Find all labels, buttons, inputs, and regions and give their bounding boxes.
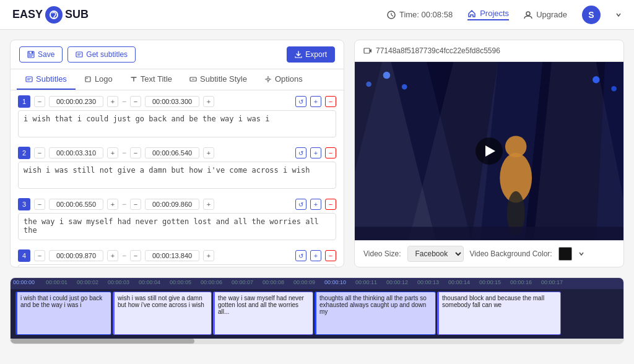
subtitle-text-1[interactable]: i wish that i could just go back and be … (18, 110, 336, 137)
play-button[interactable] (476, 137, 503, 165)
nav-upgrade[interactable]: Upgrade (524, 10, 567, 19)
subtitle-num-4: 4 (18, 249, 30, 262)
timeline-segment-4[interactable]: thoughts all the thinking all the parts … (315, 292, 436, 335)
delete-3[interactable]: − (325, 199, 336, 210)
delete-2[interactable]: − (325, 147, 336, 158)
refresh-1[interactable]: ↺ (295, 96, 306, 107)
tab-logo[interactable]: Logo (76, 69, 121, 90)
svg-rect-5 (76, 52, 82, 57)
get-subtitles-button[interactable]: Get subtitles (67, 46, 136, 63)
increase-start-2[interactable]: + (107, 147, 118, 158)
user-icon (524, 11, 532, 19)
decrease-end-1[interactable]: − (130, 96, 141, 107)
timeline-area: 00:00:00 00:00:01 00:00:02 00:00:03 00:0… (10, 277, 624, 344)
svg-rect-6 (26, 77, 32, 82)
ruler-label-9: 00:00:09 (292, 278, 323, 287)
clock-icon (387, 11, 396, 19)
timeline-segment-3[interactable]: the way i saw myself had never gotten lo… (213, 292, 313, 335)
subtitle-item-3: 3 − + − − + ↺ + − the way i saw myself h… (18, 198, 336, 242)
decrease-start-3[interactable]: − (34, 199, 45, 210)
decrease-start-4[interactable]: − (34, 250, 45, 261)
delete-4[interactable]: − (325, 250, 336, 261)
start-time-2[interactable] (49, 147, 103, 158)
timeline-tracks[interactable]: i wish that i could just go back and be … (11, 289, 623, 339)
svg-point-21 (366, 82, 371, 87)
ruler-label-8: 00:00:08 (261, 278, 292, 287)
timeline-segment-5[interactable]: thousand block and because the mall some… (437, 292, 561, 335)
start-time-3[interactable] (49, 199, 103, 210)
add-1[interactable]: + (310, 96, 321, 107)
color-swatch[interactable] (558, 247, 572, 261)
end-time-4[interactable] (145, 250, 199, 261)
timeline-segment-2[interactable]: wish i was still not give a damn but how… (113, 292, 212, 335)
svg-point-25 (611, 86, 617, 92)
logo-tab-icon (84, 76, 92, 83)
end-time-3[interactable] (145, 199, 199, 210)
segment-text-4: thoughts all the thinking all the parts … (319, 295, 432, 315)
timeline-segment-1[interactable]: i wish that i could just go back and be … (15, 292, 111, 335)
timeline-ruler: 00:00:00 00:00:01 00:00:02 00:00:03 00:0… (11, 278, 623, 289)
toolbar: Save Get subtitles Export (11, 40, 344, 69)
tabs: Subtitles Logo Text Title Subtitle Style… (11, 69, 344, 90)
decrease-start-1[interactable]: − (34, 96, 45, 107)
time-value: Time: 00:08:58 (399, 10, 453, 19)
refresh-4[interactable]: ↺ (295, 250, 306, 261)
save-button[interactable]: Save (19, 46, 63, 63)
subtitle-header-2: 2 − + − − + ↺ + − (18, 147, 336, 159)
svg-point-24 (593, 76, 600, 84)
tab-subtitles[interactable]: Subtitles (17, 69, 76, 90)
ruler-label-6: 00:00:06 (199, 278, 230, 287)
video-icon (363, 46, 372, 55)
decrease-end-3[interactable]: − (130, 199, 141, 210)
time-display: Time: 00:08:58 (387, 10, 453, 19)
refresh-3[interactable]: ↺ (295, 199, 306, 210)
ruler-label-7: 00:00:07 (230, 278, 261, 287)
subtitle-text-4[interactable]: thoughts all the thinking all the parts … (18, 264, 336, 267)
decrease-start-2[interactable]: − (34, 147, 45, 158)
add-2[interactable]: + (310, 147, 321, 158)
svg-rect-7 (85, 77, 90, 82)
svg-point-10 (267, 78, 269, 80)
increase-end-4[interactable]: + (203, 250, 214, 261)
tab-options[interactable]: Options (256, 69, 311, 90)
add-4[interactable]: + (310, 250, 321, 261)
end-time-1[interactable] (145, 96, 199, 107)
video-preview (355, 62, 623, 240)
svg-rect-11 (364, 48, 370, 53)
avatar[interactable]: S (582, 6, 601, 24)
increase-start-1[interactable]: + (107, 96, 118, 107)
export-button[interactable]: Export (287, 46, 335, 63)
ruler-label-15: 00:00:15 (478, 278, 509, 287)
video-size-label: Video Size: (363, 249, 401, 258)
svg-point-29 (505, 136, 527, 158)
add-3[interactable]: + (310, 199, 321, 210)
increase-end-3[interactable]: + (203, 199, 214, 210)
end-time-2[interactable] (145, 147, 199, 158)
subtitle-item-1: 1 − + − − + ↺ + − i wish that i could ju… (18, 95, 336, 139)
decrease-end-4[interactable]: − (130, 250, 141, 261)
start-time-1[interactable] (49, 96, 103, 107)
increase-end-1[interactable]: + (203, 96, 214, 107)
subtitle-text-2[interactable]: wish i was still not give a damn but how… (18, 162, 336, 189)
timeline-left-spacer (11, 292, 14, 336)
svg-point-8 (86, 77, 87, 79)
ruler-label-1: 00:00:01 (45, 278, 76, 287)
increase-start-4[interactable]: + (107, 250, 118, 261)
nav-projects[interactable]: Projects (467, 9, 509, 20)
nav-upgrade-label: Upgrade (536, 10, 567, 19)
scrollbar-thumb[interactable] (11, 339, 194, 344)
start-time-4[interactable] (49, 250, 103, 261)
refresh-2[interactable]: ↺ (295, 147, 306, 158)
increase-end-2[interactable]: + (203, 147, 214, 158)
subtitle-text-3[interactable]: the way i saw myself had never gotten lo… (18, 213, 336, 240)
video-size-select[interactable]: Facebook (407, 246, 464, 262)
tab-subtitle-style[interactable]: Subtitle Style (181, 69, 256, 90)
increase-start-3[interactable]: + (107, 199, 118, 210)
delete-1[interactable]: − (325, 96, 336, 107)
subtitle-item-4: 4 − + − − + ↺ + − thoughts all the think… (18, 249, 336, 267)
tab-text-title[interactable]: Text Title (121, 69, 181, 90)
timeline-scrollbar[interactable] (11, 339, 623, 344)
left-panel: Save Get subtitles Export Subtitles Logo (10, 40, 344, 267)
decrease-end-2[interactable]: − (130, 147, 141, 158)
logo-icon (45, 6, 63, 24)
